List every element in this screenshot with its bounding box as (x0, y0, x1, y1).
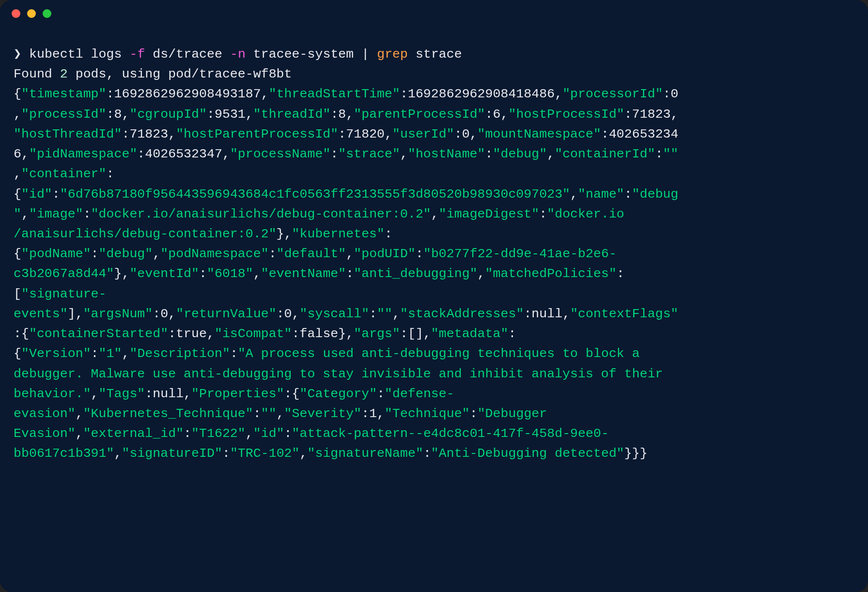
log-chunk: : (230, 346, 238, 361)
log-chunk: :0, (153, 307, 176, 321)
log-chunk: :1692862962908493187, (107, 87, 269, 101)
log-chunk: "hostName" (408, 147, 485, 161)
log-chunk: : (655, 147, 663, 161)
log-chunk: : (485, 147, 493, 161)
log-chunk: }, (114, 266, 129, 281)
log-chunk: "Category" (300, 387, 377, 401)
log-chunk: "processName" (230, 147, 330, 161)
log-chunk: :null, (145, 387, 191, 401)
cmd-kubectl: kubectl logs (29, 47, 129, 62)
log-chunk: "hostThreadId" (14, 127, 122, 141)
log-chunk: :71820, (338, 127, 392, 141)
terminal-output[interactable]: ❯ kubectl logs -f ds/tracee -n tracee-sy… (0, 27, 868, 482)
log-chunk: "cgroupId" (129, 107, 207, 122)
zoom-icon[interactable] (43, 9, 51, 18)
log-chunk: : (377, 387, 385, 401)
log-chunk: "userId" (392, 127, 454, 141)
log-chunk: "podUID" (354, 247, 416, 261)
log-chunk: : (284, 426, 292, 441)
log-chunk: "podNamespace" (160, 247, 268, 261)
log-chunk: "processorId" (562, 87, 663, 101)
log-chunk: :{ (284, 387, 300, 401)
log-chunk: : (199, 266, 207, 281)
log-chunk: "threadStartTime" (269, 87, 400, 101)
log-chunk: :0, (454, 127, 478, 141)
log-chunk: "" (261, 406, 277, 421)
log-chunk: , (76, 426, 83, 441)
log-chunk: "strace" (338, 147, 400, 161)
log-chunk: "id" (21, 187, 52, 202)
log-chunk: "podName" (21, 247, 91, 261)
cmd-arg3: strace (408, 47, 462, 62)
log-chunk: , (246, 426, 253, 441)
cmd-flag-f: -f (129, 47, 145, 62)
log-chunk: "Technique" (385, 406, 470, 421)
close-icon[interactable] (12, 9, 20, 18)
log-chunk: ], (68, 307, 83, 321)
log-chunk: "Tags" (99, 387, 145, 401)
log-chunk: :null, (524, 307, 570, 321)
log-chunk: "id" (253, 426, 284, 441)
log-chunk: : (369, 307, 377, 321)
log-chunk: "threadId" (253, 107, 331, 122)
log-chunk: , (114, 446, 122, 461)
log-chunk: "stackAddresses" (400, 307, 524, 321)
found-text-a: Found (14, 67, 60, 81)
log-chunk: "contextFlags" (570, 307, 678, 321)
minimize-icon[interactable] (27, 9, 36, 18)
log-chunk: "anti_debugging" (354, 266, 477, 281)
log-chunk: "argsNum" (83, 307, 153, 321)
log-chunk: "isCompat" (215, 327, 292, 341)
log-chunk: "signatureID" (122, 446, 222, 461)
cmd-part (21, 47, 29, 62)
log-chunk: "" (377, 307, 392, 321)
log-chunk: "1" (99, 346, 122, 361)
log-chunk: , (392, 307, 400, 321)
log-chunk: "external_id" (83, 426, 184, 441)
log-chunk: "6018" (207, 266, 253, 281)
log-chunk: "Severity" (284, 406, 362, 421)
log-chunk: , (300, 446, 308, 461)
log-chunk: "docker.io/anaisurlichs/debug-container:… (91, 207, 431, 221)
log-chunk: :4026532347, (137, 147, 230, 161)
log-chunk: :true, (168, 327, 215, 341)
log-chunk: "args" (354, 327, 400, 341)
log-chunk: "kubernetes" (292, 227, 385, 241)
log-chunk: :6, (485, 107, 509, 122)
log-chunk: : (91, 247, 99, 261)
log-chunk: , (478, 266, 485, 281)
log-chunk: :8, (107, 107, 130, 122)
cmd-arg1: ds/tracee (145, 47, 230, 62)
log-chunk: "container" (21, 167, 107, 181)
log-chunk: "hostParentProcessId" (176, 127, 338, 141)
log-chunk: "mountNamespace" (478, 127, 601, 141)
log-chunk: "image" (29, 207, 83, 221)
log-chunk: :71823, (624, 107, 679, 122)
log-chunk: , (400, 147, 408, 161)
cmd-flag-n: -n (230, 47, 246, 62)
log-chunk: : (184, 426, 191, 441)
log-chunk: "TRC-102" (230, 446, 300, 461)
log-chunk: "matchedPolicies" (485, 266, 617, 281)
log-chunk: "signatureName" (307, 446, 423, 461)
log-chunk: "pidNamespace" (29, 147, 137, 161)
log-chunk: "Properties" (191, 387, 284, 401)
log-chunk: , (547, 147, 555, 161)
log-chunk: : (91, 346, 99, 361)
log-chunk: "T1622" (191, 426, 246, 441)
log-chunk: }, (277, 227, 292, 241)
cmd-grep: grep (377, 47, 408, 62)
log-chunk: "containerStarted" (29, 327, 168, 341)
log-chunk: , (153, 247, 160, 261)
terminal-window: ❯ kubectl logs -f ds/tracee -n tracee-sy… (0, 0, 868, 592)
log-chunk: : (330, 147, 338, 161)
log-chunk: "processId" (21, 107, 107, 122)
log-chunk: :[], (400, 327, 431, 341)
log-chunk: , (431, 207, 439, 221)
window-titlebar (0, 0, 868, 27)
log-chunk: : (269, 247, 277, 261)
prompt-symbol: ❯ (14, 47, 21, 62)
log-chunk: , (253, 266, 261, 281)
log-chunk: "hostProcessId" (508, 107, 624, 122)
found-count: 2 (60, 67, 68, 81)
